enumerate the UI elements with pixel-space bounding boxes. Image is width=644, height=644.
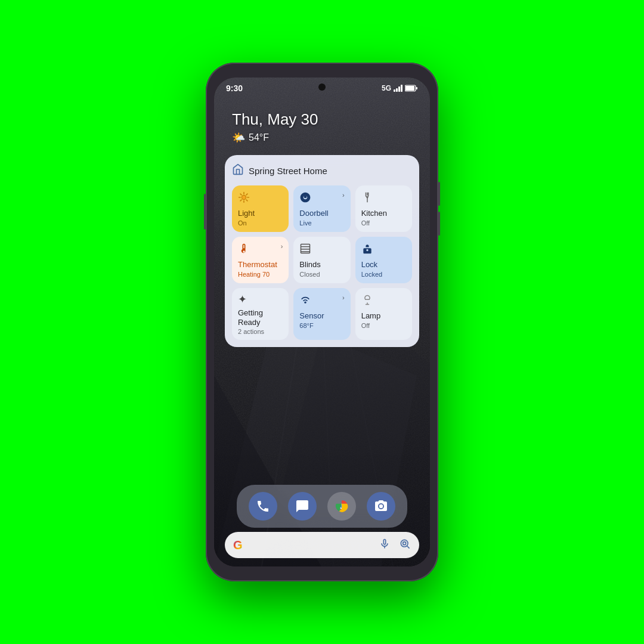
svg-rect-9 xyxy=(416,87,418,89)
microphone-icon[interactable] xyxy=(379,538,391,553)
thermostat-status: Heating 70 xyxy=(238,271,283,278)
weather-row: 🌤️ 54°F xyxy=(232,131,318,144)
doorbell-icon xyxy=(299,191,344,205)
phone-app-icon[interactable] xyxy=(249,492,277,521)
svg-point-21 xyxy=(367,197,368,198)
signal-icon xyxy=(394,85,402,92)
sensor-icon xyxy=(299,294,344,308)
volume-down-button[interactable] xyxy=(438,212,440,236)
light-name: Light xyxy=(238,209,283,218)
google-logo: G xyxy=(233,538,243,552)
light-status: On xyxy=(238,219,283,227)
svg-line-16 xyxy=(240,194,242,195)
tile-doorbell[interactable]: › Doorbell Live xyxy=(293,185,350,232)
light-icon xyxy=(238,191,283,205)
messages-app-icon[interactable] xyxy=(288,492,317,521)
doorbell-name: Doorbell xyxy=(299,209,344,218)
app-dock xyxy=(237,485,407,528)
svg-line-19 xyxy=(240,200,242,201)
status-time: 9:30 xyxy=(226,83,243,93)
power-button[interactable] xyxy=(204,194,206,230)
smart-home-widget: Spring Street Home xyxy=(225,155,419,347)
network-type: 5G xyxy=(382,84,391,92)
lock-status: Locked xyxy=(361,271,406,278)
device-grid: Light On › Doorbell Live xyxy=(232,185,412,340)
phone-screen: 9:30 5G Thu, May 30 xyxy=(214,78,430,566)
weather-icon: 🌤️ xyxy=(232,131,245,144)
phone-frame: 9:30 5G Thu, May 30 xyxy=(206,63,438,581)
svg-point-26 xyxy=(305,302,306,304)
sensor-status: 68°F xyxy=(299,322,344,329)
getting-ready-icon: ✦ xyxy=(238,294,283,305)
lamp-name: Lamp xyxy=(361,311,406,321)
svg-point-11 xyxy=(242,196,246,199)
tile-sensor[interactable]: › Sensor 68°F xyxy=(293,288,350,340)
sensor-arrow: › xyxy=(342,294,345,301)
svg-line-17 xyxy=(246,200,247,201)
widget-title: Spring Street Home xyxy=(249,166,327,176)
google-search-bar[interactable]: G xyxy=(225,532,419,558)
doorbell-status: Live xyxy=(299,219,344,227)
blinds-icon xyxy=(299,243,344,256)
blinds-status: Closed xyxy=(299,271,344,278)
tile-light[interactable]: Light On xyxy=(232,185,289,232)
lock-icon xyxy=(361,243,406,256)
tile-thermostat[interactable]: › Thermostat Heating 70 xyxy=(232,237,289,283)
tile-kitchen[interactable]: Kitchen Off xyxy=(355,185,412,232)
blinds-name: Blinds xyxy=(299,260,344,270)
camera-notch xyxy=(318,83,326,91)
tile-blinds[interactable]: Blinds Closed xyxy=(293,237,350,283)
sensor-name: Sensor xyxy=(299,311,344,321)
home-icon xyxy=(232,163,244,178)
svg-rect-8 xyxy=(405,86,414,91)
search-action-icons xyxy=(379,538,411,553)
tile-lamp[interactable]: Lamp Off xyxy=(355,288,412,340)
date-text: Thu, May 30 xyxy=(232,110,318,129)
volume-up-button[interactable] xyxy=(438,182,440,206)
weather-temp: 54°F xyxy=(249,132,269,143)
getting-ready-name: Getting Ready xyxy=(238,308,283,327)
chrome-app-icon[interactable] xyxy=(327,492,356,521)
svg-line-18 xyxy=(246,194,247,195)
thermostat-name: Thermostat xyxy=(238,260,283,270)
status-icons: 5G xyxy=(382,84,418,92)
getting-ready-status: 2 actions xyxy=(238,328,283,335)
tile-getting-ready[interactable]: ✦ Getting Ready 2 actions xyxy=(232,288,289,340)
kitchen-status: Off xyxy=(361,219,406,227)
camera-app-icon[interactable] xyxy=(367,492,395,521)
svg-point-30 xyxy=(403,541,406,544)
thermostat-icon xyxy=(238,243,283,256)
doorbell-arrow: › xyxy=(342,191,345,199)
widget-header: Spring Street Home xyxy=(232,163,412,178)
lock-name: Lock xyxy=(361,260,406,270)
date-area: Thu, May 30 🌤️ 54°F xyxy=(232,110,318,144)
thermostat-arrow: › xyxy=(281,243,283,250)
tile-lock[interactable]: Lock Locked xyxy=(355,237,412,283)
lamp-status: Off xyxy=(361,322,406,329)
kitchen-name: Kitchen xyxy=(361,209,406,218)
battery-icon xyxy=(405,85,418,92)
lens-icon[interactable] xyxy=(399,538,411,553)
kitchen-icon xyxy=(361,191,406,205)
lamp-icon xyxy=(361,294,406,308)
